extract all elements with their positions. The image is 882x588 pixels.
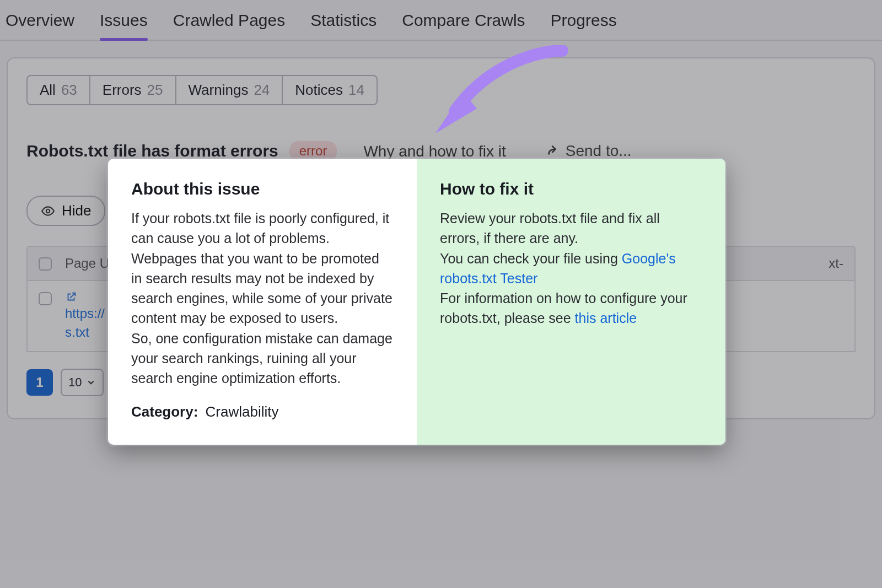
external-link-icon [65, 291, 77, 303]
hide-button[interactable]: Hide [26, 196, 105, 226]
filter-warnings-count: 24 [254, 82, 270, 99]
url-line1: https:// [65, 304, 105, 323]
about-body: If your robots.txt file is poorly config… [131, 208, 394, 388]
page-size-value: 10 [68, 375, 82, 390]
fix-panel: How to fix it Review your robots.txt fil… [417, 159, 725, 445]
page-1-button[interactable]: 1 [26, 369, 53, 396]
url-line2: s.txt [65, 323, 105, 342]
tab-progress[interactable]: Progress [551, 11, 617, 40]
tab-statistics[interactable]: Statistics [310, 11, 377, 40]
chevron-down-icon [86, 377, 96, 387]
col-trail: xt- [829, 256, 843, 271]
fix-line1: Review your robots.txt file and fix all … [440, 211, 660, 246]
filter-notices-label: Notices [295, 82, 343, 99]
tab-issues[interactable]: Issues [100, 11, 148, 40]
filter-notices-count: 14 [348, 82, 364, 99]
share-arrow-icon [545, 144, 559, 158]
severity-badge: error [289, 141, 337, 161]
why-and-how-link[interactable]: Why and how to fix it [361, 139, 508, 161]
issue-help-popover: About this issue If your robots.txt file… [108, 159, 725, 445]
top-tabs: Overview Issues Crawled Pages Statistics… [0, 0, 882, 41]
select-all-checkbox[interactable] [39, 257, 52, 271]
about-heading: About this issue [131, 180, 394, 198]
filter-all-label: All [40, 82, 56, 99]
filter-errors-count: 25 [147, 82, 163, 99]
fix-body: Review your robots.txt file and fix all … [440, 208, 702, 328]
tab-compare-crawls[interactable]: Compare Crawls [402, 11, 525, 40]
fix-line2a: You can check your file using [440, 251, 622, 266]
about-panel: About this issue If your robots.txt file… [108, 159, 417, 445]
hide-label: Hide [62, 202, 91, 219]
row-checkbox[interactable] [39, 292, 52, 305]
issue-filter-group: All 63 Errors 25 Warnings 24 Notices 14 [26, 75, 856, 105]
this-article-link[interactable]: this article [575, 310, 637, 326]
tab-overview[interactable]: Overview [6, 11, 74, 40]
filter-errors[interactable]: Errors 25 [90, 75, 176, 105]
category-value: Crawlability [206, 403, 279, 420]
page-size-select[interactable]: 10 [61, 369, 104, 396]
filter-all[interactable]: All 63 [26, 75, 90, 105]
filter-notices[interactable]: Notices 14 [283, 75, 378, 105]
tab-crawled-pages[interactable]: Crawled Pages [173, 11, 285, 40]
filter-all-count: 63 [61, 82, 77, 99]
eye-icon [41, 204, 55, 218]
filter-errors-label: Errors [103, 82, 142, 99]
page-url-cell[interactable]: https:// s.txt [65, 291, 105, 341]
send-to-label: Send to... [566, 142, 632, 160]
fix-heading: How to fix it [440, 180, 702, 198]
svg-point-0 [46, 209, 50, 213]
category-row: Category: Crawlability [131, 403, 394, 420]
issue-title: Robots.txt file has format errors [26, 142, 278, 160]
filter-warnings[interactable]: Warnings 24 [176, 75, 283, 105]
send-to-button[interactable]: Send to... [545, 142, 632, 160]
category-label: Category: [131, 403, 198, 420]
filter-warnings-label: Warnings [189, 82, 249, 99]
fix-line3a: For information on how to configure your… [440, 290, 687, 326]
